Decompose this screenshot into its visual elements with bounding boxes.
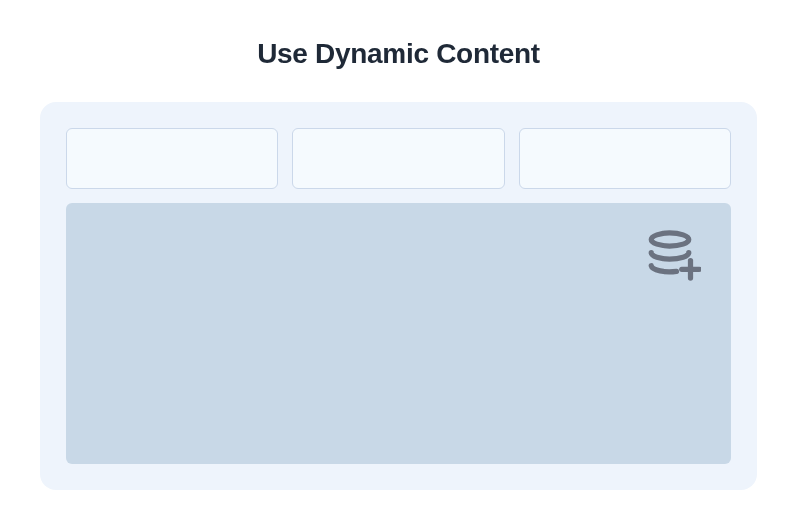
content-panel xyxy=(40,102,757,490)
page-title: Use Dynamic Content xyxy=(40,38,757,70)
content-area xyxy=(66,203,731,464)
cards-row xyxy=(66,128,731,189)
content-card[interactable] xyxy=(66,128,278,189)
content-card[interactable] xyxy=(292,128,504,189)
database-plus-icon[interactable] xyxy=(646,229,701,285)
page-container: Use Dynamic Content xyxy=(0,38,797,490)
content-card[interactable] xyxy=(519,128,731,189)
svg-point-0 xyxy=(651,233,689,246)
